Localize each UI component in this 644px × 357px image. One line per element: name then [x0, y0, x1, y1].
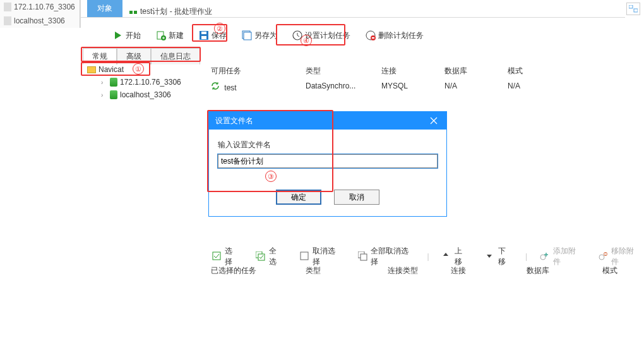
- subtab-advanced[interactable]: 高级: [117, 48, 151, 64]
- tab-object[interactable]: 对象: [87, 0, 122, 17]
- tree-node-1[interactable]: › 172.1.10.76_3306: [87, 76, 181, 88]
- svg-rect-10: [201, 36, 206, 39]
- check-all-icon: [256, 251, 265, 262]
- clock-delete-icon: [366, 30, 376, 40]
- col-bconn[interactable]: 连接: [448, 263, 524, 279]
- col-task[interactable]: 可用任务: [208, 63, 303, 79]
- col-conntype[interactable]: 连接类型: [385, 263, 448, 279]
- check-icon: [212, 251, 222, 262]
- db-icon: [4, 3, 11, 11]
- tree-node-2[interactable]: › localhost_3306: [87, 88, 181, 101]
- sync-icon: [211, 82, 220, 90]
- save-button[interactable]: 保存: [195, 28, 230, 43]
- save-as-button[interactable]: 另存为: [238, 28, 281, 43]
- start-button[interactable]: 开始: [109, 28, 145, 43]
- col-type[interactable]: 类型: [303, 63, 379, 79]
- navigator-tree: Navicat › 172.1.10.76_3306 › localhost_3…: [87, 63, 181, 101]
- db-icon: [4, 16, 11, 25]
- play-icon: [113, 30, 123, 40]
- svg-point-25: [599, 255, 604, 260]
- expand-icon[interactable]: ›: [101, 79, 107, 86]
- uncheck-all-icon: [358, 251, 367, 262]
- uncheck-icon: [300, 251, 309, 262]
- set-schedule-button[interactable]: 设置计划任务: [289, 28, 354, 43]
- selected-tasks-header: 已选择的任务 类型 连接类型 连接 数据库 模式 Param: [208, 263, 644, 279]
- col-selected-task[interactable]: 已选择的任务: [208, 263, 303, 279]
- col-bdb[interactable]: 数据库: [524, 263, 600, 279]
- tab-app[interactable]: test计划 - 批处理作业: [122, 6, 218, 17]
- new-button[interactable]: 新建: [152, 28, 188, 43]
- ok-button[interactable]: 确定: [276, 190, 321, 205]
- col-db[interactable]: 数据库: [442, 63, 505, 79]
- save-as-icon: [242, 30, 252, 40]
- available-tasks-table: 可用任务 类型 连接 数据库 模式 test DataSynchro... MY…: [208, 63, 638, 95]
- connection-tab-1[interactable]: 172.1.10.76_3306: [0, 0, 80, 14]
- svg-rect-1: [4, 16, 11, 25]
- close-icon: [430, 117, 438, 124]
- svg-rect-4: [629, 5, 633, 8]
- svg-marker-6: [115, 32, 121, 39]
- database-icon: [110, 78, 117, 87]
- toolbar: 开始 新建 保存 另存为 设置计划任务 删除计划任务: [83, 25, 427, 45]
- connection-tab-2-label: localhost_3306: [14, 16, 65, 25]
- svg-rect-2: [129, 11, 133, 14]
- svg-rect-18: [213, 252, 220, 260]
- filename-input[interactable]: [218, 154, 438, 168]
- attach-remove-icon: [599, 251, 608, 262]
- new-icon: [156, 30, 166, 40]
- folder-icon: [87, 66, 96, 73]
- table-header: 可用任务 类型 连接 数据库 模式: [208, 63, 638, 79]
- tree-root[interactable]: Navicat: [87, 63, 181, 76]
- database-icon: [110, 90, 117, 99]
- svg-rect-23: [361, 254, 367, 260]
- connection-tab-1-label: 172.1.10.76_3306: [14, 3, 75, 11]
- save-icon: [199, 30, 209, 40]
- connection-tab-2[interactable]: localhost_3306: [0, 14, 80, 28]
- svg-rect-21: [301, 252, 308, 260]
- svg-rect-13: [244, 32, 251, 40]
- batch-icon: [129, 8, 138, 16]
- svg-point-24: [540, 255, 546, 260]
- arrow-up-icon: [442, 251, 451, 262]
- window-menu-icon[interactable]: [626, 3, 640, 15]
- table-row[interactable]: test DataSynchro... MYSQL N/A N/A: [208, 79, 638, 95]
- svg-rect-0: [4, 3, 11, 11]
- subtab-general[interactable]: 常规: [83, 48, 117, 64]
- col-conn[interactable]: 连接: [379, 63, 442, 79]
- dialog-title: 设置文件名: [215, 116, 253, 126]
- col-bschema[interactable]: 模式: [600, 263, 644, 279]
- dialog-label: 输入设置文件名: [218, 140, 438, 150]
- arrow-down-icon: [486, 251, 495, 262]
- expand-icon[interactable]: ›: [101, 92, 107, 99]
- svg-rect-27: [604, 253, 607, 255]
- delete-schedule-button[interactable]: 删除计划任务: [362, 28, 427, 43]
- col-btype[interactable]: 类型: [303, 263, 385, 279]
- svg-rect-11: [201, 32, 206, 34]
- subtab-log[interactable]: 信息日志: [151, 48, 200, 64]
- dialog-titlebar[interactable]: 设置文件名: [209, 112, 446, 130]
- attach-add-icon: [540, 251, 549, 262]
- col-schema[interactable]: 模式: [505, 63, 568, 79]
- svg-rect-5: [634, 9, 638, 12]
- menu-button[interactable]: [83, 30, 97, 40]
- svg-rect-17: [372, 37, 374, 39]
- cancel-button[interactable]: 取消: [334, 190, 379, 205]
- svg-rect-3: [134, 11, 137, 14]
- close-button[interactable]: [421, 112, 446, 130]
- clock-icon: [292, 30, 302, 40]
- filename-dialog: 设置文件名 输入设置文件名 确定 取消: [208, 111, 447, 217]
- subtabs: 常规 高级 信息日志: [83, 48, 200, 64]
